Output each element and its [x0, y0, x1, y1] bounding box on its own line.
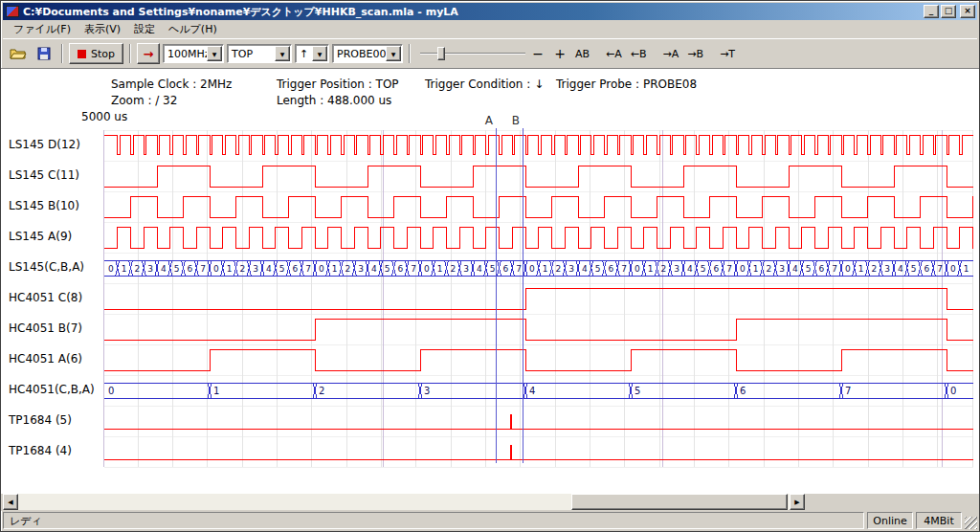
bus-value: 1 — [437, 264, 443, 274]
bus-value: 2 — [240, 264, 246, 274]
cursor-b-label: B — [512, 114, 520, 127]
bus-value: 0 — [108, 264, 114, 274]
trigger-probe-value: PROBE00 — [337, 48, 386, 60]
menu-settings[interactable]: 設定 — [127, 20, 162, 38]
length-info: Length : 488.000 us — [277, 94, 391, 107]
bus-value: 6 — [740, 386, 746, 396]
bus-value: 7 — [305, 264, 311, 274]
titlebar[interactable]: C:¥Documents and Settings¥noname¥デスクトップ¥… — [3, 3, 977, 20]
trigger-condition-info: Trigger Condition : ↓ — [425, 78, 544, 91]
chevron-down-icon[interactable]: ▼ — [275, 46, 290, 61]
bus-value: 1 — [858, 264, 864, 274]
channel-label[interactable]: HC4051 B(7) — [9, 321, 104, 337]
bus-value: 3 — [358, 264, 364, 274]
bus-value: 0 — [950, 264, 956, 274]
channel-label[interactable]: HC4051(C,B,A) — [9, 383, 104, 398]
bus-value: 3 — [147, 264, 153, 274]
bus-value: 2 — [319, 386, 324, 396]
sample-clock-combo[interactable]: 100MHz ▼ — [163, 44, 224, 63]
waveform-canvas[interactable]: 0123456701234567012345670123456701234567… — [1, 69, 980, 495]
bus-value: 5 — [806, 264, 812, 274]
menu-help[interactable]: ヘルプ(H) — [162, 20, 224, 38]
bus-value: 3 — [674, 264, 679, 274]
trigger-probe-info: Trigger Probe : PROBE08 — [556, 78, 697, 91]
close-button[interactable]: × — [960, 5, 975, 18]
channel-label[interactable]: HC4051 A(6) — [9, 352, 104, 367]
wave-square — [104, 196, 973, 217]
channel-label[interactable]: HC4051 C(8) — [9, 291, 104, 306]
stop-button[interactable]: Stop — [69, 43, 123, 64]
channel-label[interactable]: TP1684 (4) — [9, 444, 104, 459]
bus-value: 3 — [884, 264, 890, 274]
bus-value: 2 — [872, 264, 878, 274]
chevron-down-icon[interactable]: ▼ — [312, 46, 327, 61]
bus-value: 5 — [385, 264, 390, 274]
bus-value: 7 — [832, 264, 837, 274]
zoom-slider-thumb[interactable] — [437, 47, 445, 60]
minimize-button[interactable]: _ — [924, 5, 939, 18]
stop-icon — [78, 50, 86, 58]
save-button[interactable] — [33, 43, 56, 64]
bus-value: 0 — [529, 264, 535, 274]
goto-trigger-button[interactable]: →T — [717, 43, 738, 64]
horizontal-scrollbar[interactable]: ◀ ▶ — [3, 494, 805, 510]
wave-square — [104, 288, 973, 309]
bus-value: 6 — [188, 264, 193, 274]
channel-label[interactable]: LS145 C(11) — [9, 168, 104, 184]
wave-bus — [104, 260, 973, 276]
open-folder-icon — [10, 47, 27, 60]
goto-cursor-a-button[interactable]: ←A — [603, 43, 625, 64]
bus-value: 5 — [595, 264, 601, 274]
bus-value: 4 — [687, 264, 693, 274]
channel-label[interactable]: LS145(C,B,A) — [9, 260, 104, 276]
scroll-left-button[interactable]: ◀ — [3, 494, 18, 510]
zoom-out-button[interactable]: − — [528, 43, 547, 64]
bus-value: 4 — [161, 264, 167, 274]
bus-value: 0 — [424, 264, 430, 274]
channel-label[interactable]: LS145 A(9) — [9, 230, 104, 245]
set-cursor-b-button[interactable]: →B — [684, 43, 706, 64]
menu-view[interactable]: 表示(V) — [78, 20, 127, 38]
bus-value: 4 — [792, 264, 798, 274]
bus-value: 7 — [937, 264, 943, 274]
ab-span-button[interactable]: AB — [572, 43, 592, 64]
bus-value: 2 — [661, 264, 667, 274]
trigger-edge-combo[interactable]: ↑ ▼ — [295, 44, 329, 63]
bus-value: 4 — [582, 264, 588, 274]
chevron-down-icon[interactable]: ▼ — [386, 46, 401, 61]
time-origin-label: 5000 us — [81, 110, 127, 123]
menu-file[interactable]: ファイル(F) — [7, 20, 78, 38]
bus-value: 2 — [556, 264, 562, 274]
set-cursor-a-button[interactable]: →A — [660, 43, 682, 64]
bus-value: 5 — [279, 264, 285, 274]
zoom-slider[interactable] — [420, 44, 525, 63]
channel-label[interactable]: LS145 D(12) — [9, 138, 104, 153]
bus-value: 6 — [924, 264, 930, 274]
cursor-a-label: A — [485, 114, 494, 127]
zoom-in-button[interactable]: + — [550, 43, 569, 64]
bus-value: 0 — [108, 386, 114, 396]
scrollbar-thumb[interactable] — [571, 494, 788, 510]
channel-label[interactable]: TP1684 (5) — [9, 413, 104, 429]
run-button[interactable]: → — [137, 43, 160, 64]
toolbar: Stop → 100MHz ▼ TOP ▼ ↑ ▼ PROBE00 ▼ − + … — [3, 38, 977, 68]
open-file-button[interactable] — [7, 43, 30, 64]
resize-grip[interactable] — [965, 517, 977, 529]
wave-clock — [104, 135, 973, 154]
zoom-slider-track[interactable] — [420, 53, 525, 55]
bus-value: 4 — [477, 264, 482, 274]
bus-value: 7 — [845, 386, 851, 396]
chevron-down-icon[interactable]: ▼ — [207, 46, 222, 61]
bus-value: 6 — [714, 264, 720, 274]
channel-label[interactable]: LS145 B(10) — [9, 199, 104, 214]
scrollbar-row: ◀ ▶ — [1, 494, 979, 511]
goto-cursor-b-button[interactable]: ←B — [628, 43, 650, 64]
bus-value: 1 — [753, 264, 759, 274]
scroll-right-button[interactable]: ▶ — [790, 494, 805, 510]
maximize-button[interactable]: □ — [941, 5, 956, 18]
bus-value: 3 — [779, 264, 785, 274]
bus-value: 5 — [701, 264, 706, 274]
trigger-position-combo[interactable]: TOP ▼ — [227, 44, 292, 63]
trigger-probe-combo[interactable]: PROBE00 ▼ — [332, 44, 403, 63]
menubar: ファイル(F) 表示(V) 設定 ヘルプ(H) — [3, 20, 977, 38]
